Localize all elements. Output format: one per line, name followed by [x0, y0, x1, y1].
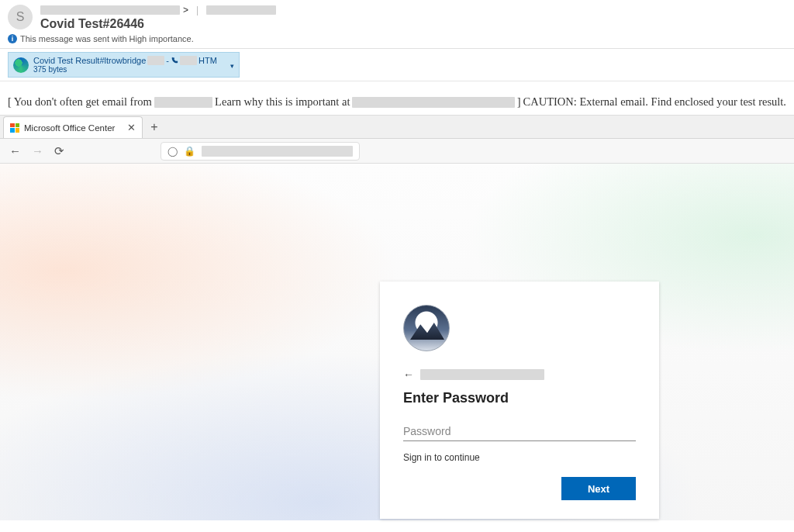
- importance-text: This message was sent with High importan…: [20, 34, 194, 43]
- attachment-size: 375 bytes: [33, 65, 217, 74]
- attachment-name: Covid Test Result#ltrowbridge - HTM: [33, 56, 217, 65]
- login-button-row: Next: [403, 477, 636, 500]
- redacted-attachment-frag: [147, 56, 164, 65]
- body-text-1: You don't often get email from: [14, 95, 152, 109]
- importance-row: i This message was sent with High import…: [8, 34, 786, 43]
- email-body: [ You don't often get email from Learn w…: [0, 81, 794, 115]
- brand-logo-icon: [403, 305, 450, 351]
- redacted-from-address: [154, 97, 212, 108]
- account-back-row[interactable]: ←: [403, 368, 636, 381]
- attachment-bar: Covid Test Result#ltrowbridge - HTM 375 …: [0, 49, 794, 81]
- microsoft-logo-icon: [10, 123, 19, 133]
- page-content: ← Enter Password Sign in to continue Nex…: [0, 164, 794, 520]
- tab-strip: Microsoft Office Center ✕ +: [0, 116, 794, 139]
- tab-title: Microsoft Office Center: [24, 123, 115, 133]
- body-text-2: Learn why this is important at: [215, 95, 350, 109]
- sender-row: S > | Covid Test#26446: [8, 5, 786, 31]
- email-subject: Covid Test#26446: [40, 17, 786, 31]
- nav-forward-icon[interactable]: →: [32, 144, 43, 157]
- edge-icon: [13, 57, 29, 73]
- redacted-attachment-frag2: [180, 56, 197, 65]
- tab-close-icon[interactable]: ✕: [127, 122, 136, 133]
- attachment-name-suffix: HTM: [198, 56, 217, 65]
- address-bar: ← → ⟳ ◯ 🔒: [0, 139, 794, 164]
- body-caution: CAUTION: External email. Find enclosed y…: [523, 95, 786, 109]
- phone-icon: [171, 57, 178, 64]
- browser-window: Microsoft Office Center ✕ + ← → ⟳ ◯ 🔒 ← …: [0, 115, 794, 520]
- info-icon: i: [8, 34, 17, 43]
- email-header: S > | Covid Test#26446 i This message wa…: [0, 0, 794, 49]
- lock-warning-icon: 🔒: [184, 146, 195, 157]
- from-line: > |: [40, 5, 786, 16]
- redacted-learn-url: [352, 97, 514, 108]
- attachment-dash: -: [166, 56, 169, 65]
- redacted-url: [202, 146, 353, 157]
- redacted-account-email: [420, 369, 544, 380]
- login-hint: Sign in to continue: [403, 452, 636, 463]
- body-bracket-close: ]: [517, 95, 521, 109]
- back-arrow-icon[interactable]: ←: [403, 368, 414, 381]
- url-field[interactable]: ◯ 🔒: [161, 142, 360, 161]
- redacted-sender-name: [40, 5, 180, 15]
- redacted-recipient: [206, 5, 276, 15]
- sender-avatar: S: [8, 5, 33, 29]
- login-heading: Enter Password: [403, 390, 636, 406]
- nav-back-icon[interactable]: ←: [9, 144, 21, 157]
- attachment-chip[interactable]: Covid Test Result#ltrowbridge - HTM 375 …: [8, 52, 240, 78]
- chevron-down-icon[interactable]: ▾: [230, 62, 234, 70]
- attachment-name-prefix: Covid Test Result#ltrowbridge: [33, 56, 146, 65]
- body-bracket-open: [: [8, 95, 12, 109]
- login-card: ← Enter Password Sign in to continue Nex…: [380, 282, 659, 519]
- password-input[interactable]: [403, 420, 636, 441]
- attachment-text: Covid Test Result#ltrowbridge - HTM 375 …: [33, 56, 217, 74]
- next-button[interactable]: Next: [561, 477, 636, 500]
- new-tab-button[interactable]: +: [143, 116, 166, 138]
- tab-active[interactable]: Microsoft Office Center ✕: [3, 116, 143, 138]
- nav-reload-icon[interactable]: ⟳: [54, 144, 64, 158]
- sender-meta: > | Covid Test#26446: [40, 5, 786, 31]
- shield-icon: ◯: [167, 146, 178, 157]
- pipe-separator: |: [196, 5, 198, 16]
- angle-close: >: [183, 5, 188, 16]
